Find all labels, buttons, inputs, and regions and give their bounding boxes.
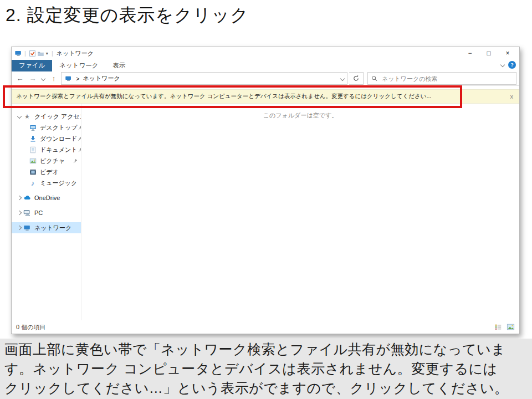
empty-folder-text: このフォルダーは空です。: [81, 111, 519, 120]
sidebar-item-pc[interactable]: PC: [12, 207, 81, 218]
close-button[interactable]: ×: [498, 48, 517, 59]
sidebar-item-label: ネットワーク: [34, 224, 71, 232]
qat-dropdown-icon[interactable]: ▾: [46, 51, 48, 56]
sidebar-item-videos[interactable]: ビデオ: [12, 166, 81, 177]
pin-icon: [78, 125, 81, 130]
back-button[interactable]: ←: [14, 73, 25, 84]
network-icon: [23, 224, 32, 232]
sidebar-item-desktop[interactable]: デスクトップ: [12, 122, 81, 133]
window-controls: − □ ×: [461, 48, 517, 59]
maximize-button[interactable]: □: [479, 48, 498, 59]
pin-icon: [78, 147, 81, 152]
items-count: 0 個の項目: [16, 323, 45, 331]
document-icon: [28, 146, 37, 154]
notification-text[interactable]: ネットワーク探索とファイル共有が無効になっています。ネットワーク コンピューター…: [16, 93, 431, 100]
quick-access-star-icon: ★: [23, 113, 32, 120]
video-icon: [28, 168, 37, 176]
sidebar-item-label: PC: [34, 209, 43, 216]
sidebar-item-label: ピクチャ: [40, 157, 65, 165]
sidebar-item-label: ダウンロード: [40, 135, 77, 143]
explorer-window: | ▾ | ネットワーク − □ × ファイル ネットワーク 表示 ? ← → …: [11, 47, 520, 334]
sidebar-item-label: OneDrive: [34, 195, 60, 201]
sidebar-item-quick-access[interactable]: ★ クイック アクセス: [12, 111, 81, 122]
pc-icon: [23, 209, 32, 217]
ribbon-collapse-icon[interactable]: [500, 63, 505, 67]
breadcrumb-separator: >: [76, 75, 79, 82]
address-bar: ← → ↑ > ネットワーク: [12, 71, 519, 86]
forward-button[interactable]: →: [27, 73, 38, 84]
tab-file[interactable]: ファイル: [12, 60, 52, 71]
sidebar-item-onedrive[interactable]: OneDrive: [12, 192, 81, 203]
pin-icon: [73, 158, 78, 163]
breadcrumb-location[interactable]: ネットワーク: [83, 74, 120, 83]
folder-view[interactable]: このフォルダーは空です。: [81, 104, 519, 320]
caption-line: クリックしてください…」という表示がでますので、クリックしてください。: [4, 378, 528, 398]
sidebar-item-pictures[interactable]: ピクチャ: [12, 155, 81, 166]
address-dropdown-icon[interactable]: [340, 76, 345, 80]
pin-icon: [77, 136, 81, 141]
help-icon[interactable]: ?: [508, 61, 516, 69]
navigation-pane: ★ クイック アクセス デスクトップ ダウンロード: [12, 104, 81, 320]
search-box: [367, 72, 516, 85]
sidebar-item-downloads[interactable]: ダウンロード: [12, 133, 81, 144]
onedrive-cloud-icon: [23, 194, 32, 202]
chevron-down-icon[interactable]: [16, 115, 23, 118]
chevron-right-icon[interactable]: [16, 211, 23, 214]
chevron-right-icon[interactable]: [16, 226, 23, 229]
sidebar-item-network[interactable]: ネットワーク: [12, 222, 81, 233]
minimize-button[interactable]: −: [461, 48, 479, 59]
ribbon-tabs: ファイル ネットワーク 表示 ?: [12, 59, 519, 71]
tab-network[interactable]: ネットワーク: [52, 60, 105, 71]
caption-line: 画面上部に黄色い帯で「ネットワーク検索とファイル共有が無効になっていま: [4, 340, 528, 359]
details-view-icon[interactable]: [494, 323, 502, 331]
music-note-icon: ♪: [28, 179, 37, 187]
slide-caption: 画面上部に黄色い帯で「ネットワーク検索とファイル共有が無効になっていま す。ネッ…: [0, 339, 532, 399]
refresh-button[interactable]: [349, 72, 364, 85]
notification-close-icon[interactable]: x: [509, 93, 515, 100]
sidebar-item-documents[interactable]: ドキュメント: [12, 144, 81, 155]
network-location-icon: [64, 74, 73, 83]
caption-line: す。ネットワーク コンピュータとデバイスは表示されません。変更するには: [4, 359, 528, 378]
new-folder-icon[interactable]: [37, 49, 45, 58]
network-app-icon: [14, 49, 22, 58]
download-icon: [28, 135, 37, 142]
window-title: ネットワーク: [57, 49, 94, 58]
search-input[interactable]: [381, 75, 513, 83]
chevron-right-icon[interactable]: [16, 196, 23, 200]
breadcrumb[interactable]: > ネットワーク: [61, 72, 347, 85]
sidebar-item-music[interactable]: ♪ ミュージック: [12, 177, 81, 188]
search-icon: [371, 75, 378, 82]
titlebar-separator: |: [24, 50, 26, 57]
recent-locations-icon[interactable]: [40, 73, 47, 84]
desktop-icon: [28, 124, 37, 131]
titlebar-separator2: |: [52, 50, 53, 57]
status-bar: 0 個の項目: [12, 320, 519, 334]
pictures-icon: [28, 157, 37, 165]
sidebar-item-label: ドキュメント: [40, 146, 78, 154]
slide-title: 2. 設定変更の表示をクリック: [6, 3, 249, 28]
window-content: ★ クイック アクセス デスクトップ ダウンロード: [12, 104, 519, 320]
up-button[interactable]: ↑: [48, 73, 59, 84]
sidebar-item-label: ミュージック: [40, 179, 77, 187]
window-titlebar: | ▾ | ネットワーク − □ ×: [12, 47, 519, 59]
properties-checkbox-icon[interactable]: [28, 49, 37, 58]
sidebar-item-label: デスクトップ: [40, 124, 78, 132]
sidebar-item-label: ビデオ: [40, 168, 59, 176]
network-discovery-notification[interactable]: ネットワーク探索とファイル共有が無効になっています。ネットワーク コンピューター…: [12, 89, 519, 104]
thumbnail-view-icon[interactable]: [507, 323, 515, 331]
sidebar-item-label: クイック アクセス: [34, 112, 81, 121]
tab-view[interactable]: 表示: [105, 60, 132, 71]
